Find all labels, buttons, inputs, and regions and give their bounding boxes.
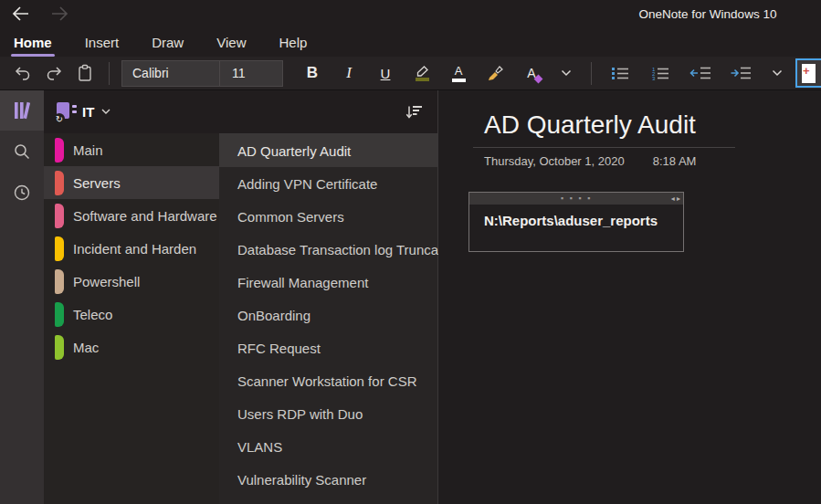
section-label: Mac: [73, 340, 99, 355]
styles-diamond-icon: [534, 75, 543, 84]
page-time: 8:18 AM: [653, 154, 697, 168]
section-color-bar: [55, 236, 64, 261]
notebook-selector[interactable]: ↻ IT: [55, 102, 111, 121]
chevron-down-icon: [772, 69, 783, 77]
navigation-rail: [0, 90, 44, 504]
section-item[interactable]: Powershell: [44, 265, 219, 298]
toolbar-separator: [591, 62, 592, 85]
onenote-window: { "app": { "title": "OneNote for Windows…: [0, 0, 821, 504]
sort-pages-button[interactable]: [405, 105, 423, 120]
section-label: Powershell: [73, 274, 140, 289]
bullet-list-icon: [610, 66, 630, 80]
note-text[interactable]: N:\Reports\aduser_reports: [469, 205, 683, 228]
tab-view[interactable]: View: [216, 31, 247, 54]
section-color-bar: [55, 335, 64, 360]
section-item[interactable]: Mac: [44, 331, 219, 363]
format-painter-button[interactable]: [477, 59, 513, 87]
new-page-icon: +: [802, 64, 816, 83]
numbered-list-icon: 1 2 3: [650, 66, 670, 80]
toolbar-separator: [109, 62, 110, 85]
font-color-icon: A: [452, 65, 466, 82]
notebook-header: ↻ IT: [44, 90, 219, 133]
page-item[interactable]: AD Quarterly Audit: [219, 134, 437, 167]
note-drag-handle[interactable]: ▪ ▪ ▪ ▪ ◂ ▸: [469, 193, 683, 205]
outdent-button[interactable]: [680, 59, 721, 87]
styles-button[interactable]: A: [513, 59, 550, 87]
section-item[interactable]: Servers: [44, 166, 219, 199]
tab-home[interactable]: Home: [13, 31, 53, 54]
drag-dots-icon: ▪ ▪ ▪ ▪: [469, 193, 683, 205]
page-item[interactable]: Adding VPN Certificate: [219, 167, 437, 200]
pages-panel: AD Quarterly Audit Adding VPN Certificat…: [219, 90, 438, 504]
section-item[interactable]: Software and Hardware: [44, 199, 219, 232]
page-item[interactable]: RFC Request: [219, 331, 437, 364]
forward-button[interactable]: [44, 2, 75, 26]
bullet-list-button[interactable]: [600, 59, 640, 87]
section-label: Servers: [73, 175, 121, 191]
highlighter-button[interactable]: [404, 59, 440, 87]
section-label: Main: [73, 142, 103, 158]
page-item[interactable]: Scanner Workstation for CSR: [219, 364, 437, 397]
page-item[interactable]: Vulnerability Scanner: [219, 463, 437, 496]
back-button[interactable]: [5, 2, 37, 26]
tab-help[interactable]: Help: [278, 31, 308, 54]
underline-label: U: [381, 66, 391, 81]
section-color-bar: [55, 204, 64, 228]
ribbon-tabs: Home Insert Draw View Help: [0, 27, 821, 57]
page-item[interactable]: VLANS: [219, 430, 437, 463]
chevron-down-icon: [101, 109, 111, 115]
notebook-icon: ↻: [55, 102, 75, 121]
back-arrow-icon: [11, 5, 31, 23]
tab-insert[interactable]: Insert: [84, 31, 121, 54]
more-lists-button[interactable]: [761, 59, 794, 87]
notebooks-rail-button[interactable]: [0, 90, 44, 131]
italic-button[interactable]: I: [331, 59, 367, 87]
underline-button[interactable]: U: [367, 59, 404, 87]
main-area: ↻ IT Main Servers Software and Hardware: [0, 90, 821, 504]
numbered-list-button[interactable]: 1 2 3: [640, 59, 680, 87]
new-page-button[interactable]: +: [795, 58, 821, 88]
undo-icon: [14, 64, 32, 82]
section-color-bar: [55, 171, 64, 195]
sync-icon: ↻: [54, 113, 65, 124]
page-item[interactable]: OnBoarding: [219, 299, 437, 331]
note-container[interactable]: ▪ ▪ ▪ ▪ ◂ ▸ N:\Reports\aduser_reports: [468, 192, 684, 252]
forward-arrow-icon: [49, 5, 69, 23]
recent-notes-rail-button[interactable]: [0, 173, 44, 213]
sections-panel: ↻ IT Main Servers Software and Hardware: [44, 90, 219, 504]
section-color-bar: [55, 138, 64, 163]
page-item[interactable]: Database Transaction log Truncate: [219, 233, 437, 266]
redo-button[interactable]: [38, 59, 69, 87]
page-title[interactable]: AD Quarterly Audit: [484, 110, 821, 140]
clipboard-icon: [76, 64, 94, 82]
search-icon: [13, 142, 31, 161]
font-name-select[interactable]: Calibri: [122, 61, 219, 86]
page-canvas[interactable]: AD Quarterly Audit Thursday, October 1, …: [438, 90, 821, 504]
paste-button[interactable]: [69, 59, 100, 87]
section-item[interactable]: Main: [44, 133, 219, 166]
redo-icon: [45, 64, 63, 82]
resize-arrows-icon: ◂ ▸: [671, 193, 680, 205]
outdent-icon: [689, 66, 711, 80]
indent-button[interactable]: [721, 59, 761, 87]
font-color-button[interactable]: A: [440, 59, 477, 87]
page-item[interactable]: Users RDP with Duo: [219, 397, 437, 430]
library-icon: [12, 100, 32, 121]
page-item[interactable]: Common Servers: [219, 200, 437, 233]
format-painter-icon: [486, 65, 504, 81]
italic-label: I: [346, 64, 352, 82]
bold-button[interactable]: B: [294, 59, 331, 87]
search-rail-button[interactable]: [0, 131, 44, 172]
section-color-bar: [55, 302, 64, 327]
clock-icon: [13, 184, 31, 202]
section-item[interactable]: Incident and Harden: [44, 232, 219, 265]
section-item[interactable]: Teleco: [44, 298, 219, 331]
more-formatting-button[interactable]: [550, 59, 583, 87]
page-datetime: Thursday, October 1, 2020 8:18 AM: [484, 154, 821, 168]
font-size-select[interactable]: 11: [219, 61, 282, 86]
font-controls: Calibri 11: [121, 60, 283, 87]
page-item[interactable]: Firewall Management: [219, 266, 437, 299]
title-bar: OneNote for Windows 10: [0, 0, 821, 27]
tab-draw[interactable]: Draw: [151, 31, 184, 54]
undo-button[interactable]: [7, 59, 38, 87]
